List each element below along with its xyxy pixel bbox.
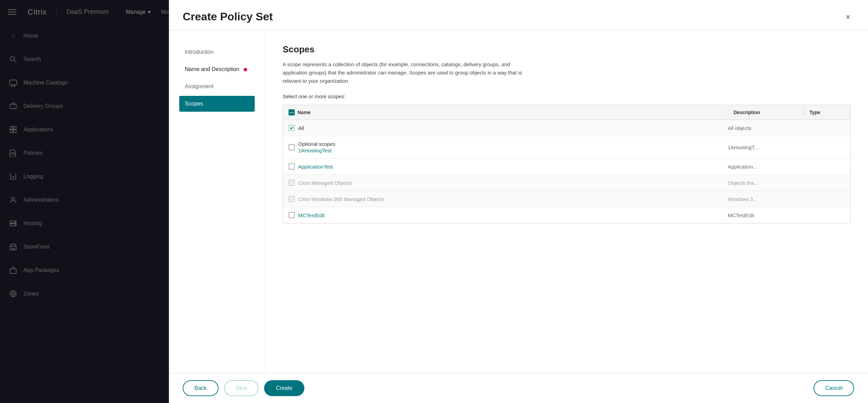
wizard-content-scopes: Scopes A scope represents a collection o…	[265, 30, 868, 373]
row-name-optional: Optional scopes 1AHostingTest	[289, 141, 728, 153]
description-column-header: Description	[728, 109, 804, 115]
link-1ahostingtest[interactable]: 1AHostingTest	[298, 148, 335, 153]
row-name-mctestedit: MCTestEdit	[289, 212, 728, 218]
table-row: Optional scopes 1AHostingTest 1AHostingT…	[283, 136, 850, 159]
cancel-button[interactable]: Cancel	[814, 380, 854, 396]
row-checkbox-citrix-windows	[289, 196, 295, 202]
wizard-navigation: Introduction Name and Description Assign…	[169, 30, 265, 373]
scopes-heading: Scopes	[283, 44, 851, 55]
step-required-dot	[244, 68, 247, 71]
row-checkbox-citrix-managed	[289, 180, 295, 186]
table-row: ApplicationTest Application...	[283, 159, 850, 175]
row-desc-all: All objects	[728, 125, 804, 131]
row-checkbox-all	[289, 125, 295, 131]
footer-left-buttons: Back Next Create	[183, 380, 304, 396]
wizard-step-name-description[interactable]: Name and Description	[179, 61, 255, 77]
row-desc-citrix-managed: Objects tha...	[728, 180, 804, 186]
row-name-citrix-windows: Citrix Windows 365 Managed Objects	[289, 196, 728, 202]
create-button[interactable]: Create	[264, 380, 304, 396]
modal-header: Create Policy Set ×	[169, 0, 868, 30]
modal-title: Create Policy Set	[183, 10, 273, 23]
row-desc-optional: 1AHostingT...	[728, 144, 804, 150]
back-button[interactable]: Back	[183, 380, 219, 396]
scopes-table: — Name Description Type	[283, 105, 851, 223]
row-checkbox-mctestedit[interactable]	[289, 212, 295, 218]
link-mctestedit[interactable]: MCTestEdit	[298, 212, 325, 218]
modal-body: Introduction Name and Description Assign…	[169, 30, 868, 373]
scopes-select-label: Select one or more scopes:	[283, 93, 851, 99]
scopes-table-header: — Name Description Type	[283, 105, 850, 120]
scopes-description: A scope represents a collection of objec…	[283, 60, 524, 85]
row-checkbox-apptest[interactable]	[289, 163, 295, 170]
type-column-header: Type	[804, 109, 845, 115]
row-checkbox-optional[interactable]	[289, 144, 295, 150]
next-button[interactable]: Next	[224, 380, 259, 396]
table-row: All All objects	[283, 120, 850, 136]
table-row: Citrix Managed Objects Objects tha...	[283, 175, 850, 191]
row-desc-apptest: Application...	[728, 164, 804, 170]
select-all-checkbox[interactable]: —	[289, 109, 295, 115]
table-row: Citrix Windows 365 Managed Objects Windo…	[283, 191, 850, 207]
wizard-step-scopes[interactable]: Scopes	[179, 96, 255, 112]
row-desc-citrix-windows: Windows 3...	[728, 196, 804, 202]
close-button[interactable]: ×	[842, 11, 854, 23]
modal-footer: Back Next Create Cancel	[169, 373, 868, 403]
table-row: MCTestEdit MCTestEdit	[283, 207, 850, 223]
row-name-apptest: ApplicationTest	[289, 163, 728, 170]
row-desc-mctestedit: MCTestEdit	[728, 212, 804, 218]
create-policy-set-modal: Create Policy Set × Introduction Name an…	[169, 0, 868, 403]
wizard-step-assignment[interactable]: Assignment	[179, 79, 255, 94]
wizard-step-introduction[interactable]: Introduction	[179, 44, 255, 60]
row-name-citrix-managed: Citrix Managed Objects	[289, 180, 728, 186]
name-column-header: — Name	[289, 109, 728, 115]
link-applicationtest[interactable]: ApplicationTest	[298, 164, 333, 170]
row-name-all: All	[289, 125, 728, 131]
